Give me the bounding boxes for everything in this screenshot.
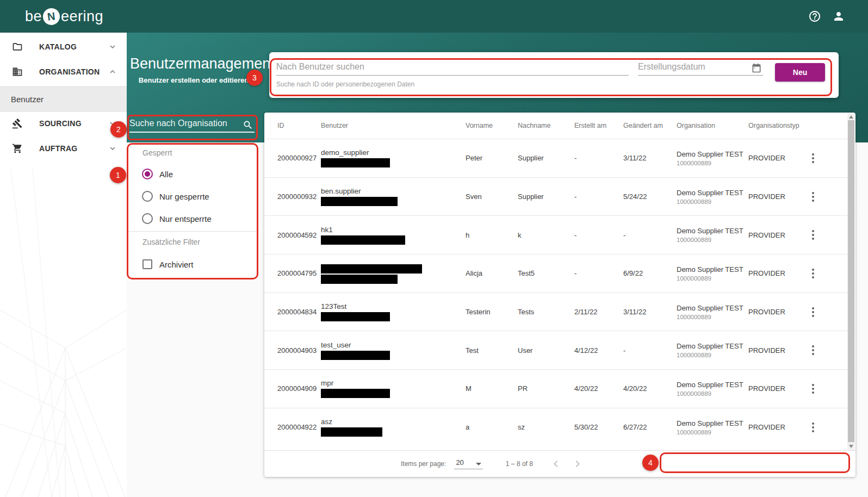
cell-id: 2000000927	[277, 154, 321, 162]
cell-nachname: PR	[518, 384, 574, 393]
cell-geaendert-am: 3/11/22	[623, 154, 677, 162]
cell-benutzer: test_user	[321, 341, 466, 360]
help-icon[interactable]	[808, 10, 821, 23]
radio-nur-gesperrte[interactable]: Nur gesperrte	[142, 191, 209, 202]
user-search-card: Suche nach ID oder personenbezogenen Dat…	[269, 52, 839, 98]
previous-page-icon[interactable]	[549, 457, 562, 470]
cell-id: 2000004922	[277, 423, 321, 431]
beneering-logo: beNeering	[25, 0, 103, 33]
column-header-vorname[interactable]: Vorname	[466, 122, 518, 129]
filter-divider	[128, 231, 258, 232]
scroll-down-icon[interactable]	[849, 445, 853, 448]
page-title: Benutzermanagement	[130, 55, 257, 72]
cell-benutzer	[321, 263, 466, 284]
cell-organisationstyp: PROVIDER	[748, 384, 808, 393]
table-row[interactable]: 2000000932 ben.supplier Sven Supplier - …	[264, 177, 855, 216]
table-scrollbar[interactable]	[847, 113, 855, 450]
filter-panel: Gesperrt Alle Nur gesperrte Nur entsperr…	[128, 144, 258, 278]
sidebar-item-sourcing[interactable]: SOURCING	[0, 111, 127, 136]
sidebar-item-katalog[interactable]: KATALOG	[0, 34, 127, 59]
row-menu-kebab-icon[interactable]	[808, 344, 818, 356]
user-table-card: ID Benutzer Vorname Nachname Erstellt am…	[264, 113, 855, 477]
redaction-bars	[321, 157, 466, 167]
row-menu-kebab-icon[interactable]	[808, 229, 818, 241]
cell-vorname: Alicja	[466, 269, 518, 277]
cell-id: 2000004795	[277, 269, 321, 277]
cell-id: 2000004834	[277, 308, 321, 316]
page-range-label: 1 – 8 of 8	[506, 460, 533, 468]
row-menu-kebab-icon[interactable]	[808, 421, 818, 433]
cell-vorname: Sven	[466, 192, 518, 201]
cell-organisationstyp: PROVIDER	[748, 346, 808, 355]
column-header-organisation[interactable]: Organisation	[677, 122, 748, 129]
row-menu-kebab-icon[interactable]	[808, 383, 818, 395]
cell-organisation: Demo Supplier TEST 1000000889	[677, 419, 748, 436]
next-page-icon[interactable]	[571, 457, 584, 470]
cell-geaendert-am: 5/24/22	[623, 192, 677, 201]
cell-organisation: Demo Supplier TEST 1000000889	[677, 342, 748, 358]
table-row[interactable]: 2000004903 test_user Test User 4/12/22 -…	[264, 331, 855, 369]
building-icon	[12, 66, 23, 77]
table-row[interactable]: 2000004909 mpr M PR 4/20/22 4/20/22 Demo…	[264, 369, 855, 408]
column-header-organisationstyp[interactable]: Organisationstyp	[748, 122, 808, 129]
cell-id: 2000000932	[277, 192, 321, 201]
radio-icon	[142, 191, 153, 202]
cell-organisation: Demo Supplier TEST 1000000889	[677, 150, 748, 166]
cell-nachname: sz	[518, 423, 574, 431]
row-menu-kebab-icon[interactable]	[808, 268, 818, 279]
building-watermark	[0, 169, 127, 497]
scroll-up-icon[interactable]	[849, 115, 853, 119]
new-user-button[interactable]: Neu	[775, 63, 825, 82]
row-menu-kebab-icon[interactable]	[808, 152, 818, 164]
creation-date-input[interactable]	[638, 62, 743, 75]
logo-n-icon: N	[42, 7, 61, 26]
row-menu-kebab-icon[interactable]	[808, 191, 818, 203]
cell-nachname: Test5	[518, 269, 574, 277]
account-icon[interactable]	[832, 10, 845, 23]
column-header-benutzer[interactable]: Benutzer	[321, 122, 466, 129]
column-header-id[interactable]: ID	[277, 122, 321, 129]
cell-nachname: Supplier	[518, 192, 574, 201]
search-icon[interactable]	[243, 120, 253, 131]
row-menu-kebab-icon[interactable]	[808, 306, 818, 318]
table-row[interactable]: 2000000927 demo_supplier Peter Supplier …	[264, 139, 855, 177]
table-row[interactable]: 2000004834 123Test Testerin Tests 2/11/2…	[264, 293, 855, 331]
cell-erstellt-am: 5/30/22	[574, 423, 623, 431]
column-header-nachname[interactable]: Nachname	[518, 122, 574, 129]
column-header-erstellt-am[interactable]: Erstellt am	[574, 122, 623, 129]
redaction-bars	[321, 388, 466, 398]
cell-erstellt-am: -	[574, 192, 623, 201]
cell-erstellt-am: -	[574, 231, 623, 239]
checkbox-archiviert[interactable]: Archiviert	[142, 259, 194, 269]
table-row[interactable]: 2000004922 asz a sz 5/30/22 6/27/22 Demo…	[264, 408, 855, 446]
cell-vorname: h	[466, 231, 518, 239]
table-row[interactable]: 2000004592 hk1 h k - - Demo Supplier TES…	[264, 215, 855, 254]
cell-nachname: Tests	[518, 308, 574, 316]
items-per-page-select[interactable]: 20	[454, 458, 482, 469]
organisation-search-input[interactable]	[129, 119, 255, 133]
redaction-bars	[321, 426, 466, 437]
cell-id: 2000004903	[277, 346, 321, 355]
chevron-down-icon	[108, 144, 117, 153]
scrollbar-thumb[interactable]	[848, 120, 854, 442]
cell-organisation: Demo Supplier TEST 1000000889	[677, 227, 748, 243]
user-search-input[interactable]	[276, 62, 629, 76]
cell-vorname: M	[466, 384, 518, 393]
radio-alle[interactable]: Alle	[142, 169, 173, 179]
cell-vorname: Test	[466, 346, 518, 355]
calendar-icon[interactable]	[751, 63, 762, 73]
cell-vorname: Peter	[466, 154, 518, 162]
sidebar-item-benutzer-active[interactable]: Benutzer	[0, 86, 127, 112]
cell-vorname: Testerin	[466, 308, 518, 316]
topbar: beNeering	[0, 0, 868, 33]
cell-organisationstyp: PROVIDER	[748, 308, 808, 316]
sidebar-item-auftrag[interactable]: AUFTRAG	[0, 136, 127, 161]
sidebar-item-organisation[interactable]: ORGANISATION	[0, 59, 127, 84]
cell-geaendert-am: 6/27/22	[623, 423, 677, 431]
radio-nur-entsperrte[interactable]: Nur entsperrte	[142, 213, 212, 224]
table-row[interactable]: 2000004795 Alicja Test5 - 6/9/22 Demo Su…	[264, 254, 855, 293]
page-subtitle: Benutzer erstellen oder editieren	[130, 76, 257, 84]
dropdown-caret-icon	[476, 463, 481, 465]
extra-filter-label: Zusätzliche Filter	[142, 238, 200, 246]
column-header-geaendert-am[interactable]: Geändert am	[623, 122, 677, 129]
